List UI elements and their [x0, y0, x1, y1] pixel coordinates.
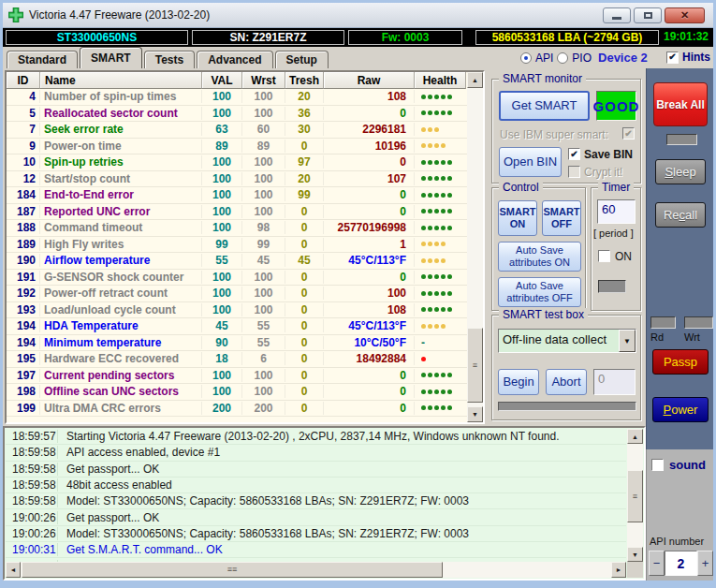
- table-row[interactable]: 197Current pending sectors10010000: [7, 368, 483, 385]
- table-row[interactable]: 4Number of spin-up times10010020108: [7, 89, 483, 106]
- api-number-decrement-button[interactable]: −: [649, 551, 665, 576]
- health-dot-icon: [447, 95, 452, 99]
- cell-raw: 0: [324, 402, 415, 415]
- tab-tests[interactable]: Tests: [144, 51, 195, 68]
- table-row[interactable]: 7Seek error rate6360302296181: [7, 122, 483, 139]
- column-header-raw[interactable]: Raw: [324, 72, 415, 89]
- health-dot-icon: [421, 242, 426, 246]
- tab-smart[interactable]: SMART: [80, 47, 142, 68]
- table-row[interactable]: 188Command timeout10098025770196998: [7, 220, 483, 237]
- smart-attribute-table: ID Name VAL Wrst Tresh Raw Health 4Numbe…: [5, 70, 485, 424]
- table-row[interactable]: 190Airflow temperature55454545°C/113°F: [7, 253, 483, 270]
- device-label: Device 2: [598, 51, 648, 65]
- get-smart-button[interactable]: Get SMART: [499, 91, 590, 121]
- cell-tresh: 0: [285, 352, 324, 365]
- table-row[interactable]: 194Minimum temperature9055010°C/50°F-: [7, 335, 483, 352]
- table-row[interactable]: 199Ultra DMA CRC errors20020000: [7, 401, 483, 418]
- sound-checkbox[interactable]: [651, 459, 664, 471]
- table-row[interactable]: 184End-to-End error100100990: [7, 187, 483, 204]
- passport-button[interactable]: Passp: [652, 349, 709, 375]
- cell-tresh: 0: [285, 287, 324, 300]
- table-row[interactable]: 198Offline scan UNC sectors10010000: [7, 384, 483, 401]
- cell-tresh: 0: [285, 402, 324, 415]
- recall-button[interactable]: Recall: [655, 202, 706, 228]
- health-dot-icon: [428, 160, 432, 165]
- save-bin-checkbox[interactable]: ✔: [568, 148, 580, 160]
- smart-off-button[interactable]: SMART OFF: [542, 200, 581, 236]
- table-row[interactable]: 9Power-on time8989010196: [7, 139, 483, 155]
- log-scroll-left-button[interactable]: ◄: [6, 562, 21, 578]
- begin-test-button[interactable]: Begin: [498, 369, 539, 395]
- health-dot-icon: [428, 143, 432, 148]
- table-row[interactable]: 191G-SENSOR shock counter10010000: [7, 270, 483, 287]
- ibm-super-smart-checkbox[interactable]: ✔: [622, 127, 635, 140]
- log-hscroll-thumb[interactable]: ≡≡: [22, 562, 443, 578]
- auto-save-on-button[interactable]: Auto Save attributes ON: [498, 242, 581, 272]
- table-row[interactable]: 195Hardware ECC recovered186018492884: [7, 351, 483, 368]
- column-header-health[interactable]: Health: [415, 72, 466, 89]
- table-row[interactable]: 5Reallocated sector count100100360: [7, 106, 483, 123]
- scroll-down-button[interactable]: ▼: [467, 406, 483, 422]
- crypt-checkbox[interactable]: [568, 166, 580, 178]
- table-row[interactable]: 189High Fly writes999901: [7, 237, 483, 254]
- log-scroll-thumb[interactable]: ≡: [627, 470, 643, 522]
- log-timestamp: 18:59:58: [6, 463, 58, 476]
- table-header: ID Name VAL Wrst Tresh Raw Health: [7, 72, 483, 89]
- log-message: API access enabled, device #1: [58, 446, 220, 459]
- scroll-thumb[interactable]: ≡: [467, 328, 483, 403]
- abort-test-button[interactable]: Abort: [546, 369, 587, 395]
- open-bin-button[interactable]: Open BIN: [499, 147, 562, 177]
- log-scroll-right-button[interactable]: ►: [611, 562, 626, 578]
- cell-name: Airflow temperature: [40, 254, 202, 267]
- timer-on-checkbox[interactable]: [598, 250, 610, 262]
- hints-checkbox[interactable]: ✔: [666, 51, 679, 64]
- log-timestamp: 18:59:58: [6, 446, 58, 459]
- column-header-tresh[interactable]: Tresh: [285, 72, 324, 89]
- column-header-name[interactable]: Name: [40, 72, 202, 89]
- table-row[interactable]: 192Power-off retract count1001000100: [7, 286, 483, 302]
- health-dot-icon: [434, 110, 439, 115]
- table-row[interactable]: 12Start/stop count10010020107: [7, 171, 483, 188]
- test-count-input[interactable]: 0: [593, 369, 636, 395]
- cell-wrst: 45: [242, 254, 285, 267]
- cell-raw: 0: [324, 188, 415, 201]
- power-button[interactable]: Power: [652, 397, 709, 422]
- column-header-val[interactable]: VAL: [202, 72, 242, 89]
- scroll-up-button[interactable]: ▲: [467, 72, 483, 88]
- dropdown-arrow-icon[interactable]: ▼: [619, 330, 636, 352]
- cell-val: 100: [202, 271, 242, 284]
- tab-advanced[interactable]: Advanced: [197, 51, 272, 68]
- log-line: 19:00:26Model: ST33000650NS; Capacity: 5…: [6, 526, 626, 542]
- column-header-id[interactable]: ID: [7, 72, 40, 89]
- auto-save-off-button[interactable]: Auto Save attributes OFF: [498, 277, 581, 307]
- api-number-increment-button[interactable]: +: [697, 551, 713, 576]
- log-scroll-up-button[interactable]: ▲: [627, 429, 643, 444]
- api-radio[interactable]: [520, 52, 532, 64]
- table-row[interactable]: 187Reported UNC error10010000: [7, 204, 483, 221]
- health-dot-icon: [428, 373, 432, 377]
- cell-wrst: 6: [242, 352, 285, 365]
- cell-tresh: 0: [285, 205, 324, 218]
- cell-wrst: 100: [242, 205, 285, 218]
- pio-radio[interactable]: [557, 52, 568, 64]
- maximize-button[interactable]: [634, 7, 662, 23]
- timer-period-input[interactable]: 60: [597, 199, 636, 224]
- smart-test-box-group: SMART test box Off-line data collect ▼ B…: [491, 315, 641, 420]
- smart-on-button[interactable]: SMART ON: [498, 200, 537, 236]
- recall-label-post: all: [685, 208, 697, 222]
- test-select-dropdown[interactable]: Off-line data collect ▼: [498, 329, 636, 353]
- drive-firmware: Fw: 0003: [348, 30, 462, 45]
- sleep-button[interactable]: Sleep: [655, 159, 706, 184]
- log-message: 48bit access enabled: [58, 478, 172, 492]
- close-button[interactable]: ✕: [665, 7, 705, 23]
- minimize-button[interactable]: [603, 7, 631, 23]
- column-header-wrst[interactable]: Wrst: [242, 72, 285, 89]
- tab-setup[interactable]: Setup: [275, 51, 329, 68]
- table-row[interactable]: 10Spin-up retries100100970: [7, 154, 483, 171]
- health-dot-icon: [447, 274, 452, 279]
- log-scroll-down-button[interactable]: ▼: [627, 547, 643, 562]
- tab-standard[interactable]: Standard: [7, 51, 78, 68]
- table-row[interactable]: 193Load/unload cycle count1001000108: [7, 302, 483, 319]
- table-row[interactable]: 194HDA Temperature4555045°C/113°F: [7, 318, 483, 335]
- break-all-button[interactable]: Break All: [653, 82, 708, 126]
